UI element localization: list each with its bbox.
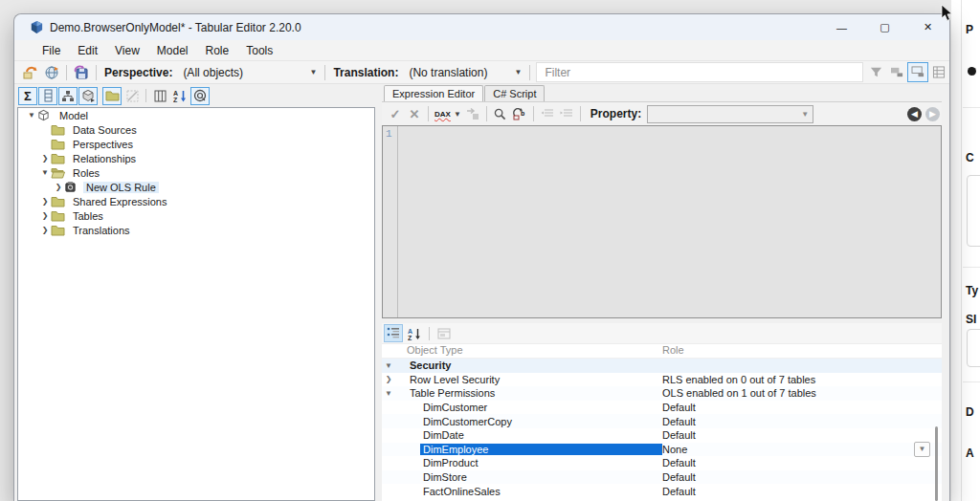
folder-icon: [105, 90, 120, 101]
chevron-down-icon[interactable]: ▼: [39, 168, 51, 177]
accept-check-icon[interactable]: ✓: [386, 104, 405, 123]
tree-item-tables[interactable]: ❯Tables: [18, 208, 374, 223]
filter-input[interactable]: Filter: [536, 62, 863, 82]
toggle-metadata-button[interactable]: [190, 87, 210, 105]
filter-placeholder: Filter: [545, 66, 570, 79]
role-icon: [64, 181, 78, 193]
tree-item-data-sources[interactable]: Data Sources: [18, 122, 374, 137]
grid-row-dimcustomercopy[interactable]: DimCustomerCopyDefault: [382, 414, 942, 428]
column-header-role[interactable]: Role: [662, 344, 684, 358]
alphabetical-sort-button[interactable]: AZ: [405, 324, 424, 342]
chevron-right-icon[interactable]: ❯: [53, 183, 64, 191]
grid-row-dimstore[interactable]: DimStoreDefault: [382, 470, 942, 485]
maximize-button[interactable]: ▢: [863, 14, 906, 40]
translation-select[interactable]: (No translation) ▼: [403, 63, 525, 82]
divider: [963, 267, 980, 268]
tree-item-shared-expressions[interactable]: ❯Shared Expressions: [18, 194, 374, 208]
details-view-icon[interactable]: [928, 62, 949, 82]
menu-model[interactable]: Model: [148, 42, 197, 59]
flat-view-icon[interactable]: [886, 62, 907, 82]
grid-row-dimemployee[interactable]: DimEmployeeNone▼: [382, 443, 942, 457]
background-label: P: [966, 23, 973, 36]
folder-open-icon: [51, 166, 65, 179]
hierarchy-icon: [61, 90, 75, 102]
toggle-folders-button[interactable]: [102, 87, 122, 105]
tree-item-new-ols-rule[interactable]: ❯New OLS Rule: [18, 180, 374, 194]
categorized-button[interactable]: [384, 324, 403, 342]
grid-row-row-level-security[interactable]: ❯Row Level SecurityRLS enabled on 0 out …: [382, 373, 942, 387]
app-icon: [30, 20, 44, 34]
grid-row-table-permissions[interactable]: ▼Table PermissionsOLS enabled on 1 out o…: [382, 386, 942, 401]
toolbar-separator: [66, 65, 67, 80]
grid-row-factonlinesales[interactable]: FactOnlineSalesDefault: [382, 484, 942, 498]
folder-icon: [51, 224, 65, 236]
expression-editor-area[interactable]: 1: [382, 125, 942, 318]
tree-view-icon[interactable]: [907, 62, 928, 82]
titlebar[interactable]: Demo.BrowserOnlyModel* - Tabular Editor …: [14, 14, 949, 40]
grid-object-label: DimEmployee: [420, 444, 662, 455]
navigate-back-button[interactable]: ◀: [907, 107, 922, 121]
tabular-editor-window: Demo.BrowserOnlyModel* - Tabular Editor …: [13, 13, 950, 501]
chevron-right-icon[interactable]: ❯: [39, 211, 51, 220]
sort-alphabetical-button[interactable]: AZ: [170, 87, 189, 105]
chevron-right-icon[interactable]: ❯: [39, 154, 51, 163]
menu-edit[interactable]: Edit: [69, 42, 106, 59]
toggle-hierarchies-button[interactable]: [58, 87, 78, 105]
tab-csharp-script[interactable]: C# Script: [484, 85, 545, 101]
model-tree: ▼ModelData SourcesPerspectives❯Relations…: [17, 107, 375, 501]
main-toolbar: Perspective: (All objects) ▼ Translation…: [14, 60, 949, 84]
perspective-select[interactable]: (All objects) ▼: [177, 63, 321, 82]
chevron-right-icon[interactable]: ❯: [382, 375, 395, 383]
grid-row-dimdate[interactable]: DimDateDefault: [382, 428, 942, 443]
deploy-button[interactable]: [41, 62, 62, 82]
cancel-x-icon[interactable]: ✕: [405, 104, 424, 123]
perspective-label: Perspective:: [104, 66, 172, 79]
search-icon[interactable]: [491, 104, 510, 123]
toggle-hidden-button[interactable]: [122, 87, 142, 105]
dax-formatter-button[interactable]: DAX ▼: [433, 110, 463, 119]
grid-row-security[interactable]: ▼Security: [382, 359, 942, 373]
property-pages-button: [434, 324, 454, 342]
outdent-icon: [538, 104, 557, 123]
chevron-right-icon[interactable]: ❯: [39, 226, 51, 234]
chevron-down-icon[interactable]: ▼: [382, 361, 395, 370]
folder-icon: [51, 152, 65, 164]
chevron-down-icon[interactable]: ▼: [382, 389, 395, 398]
minimize-button[interactable]: —: [820, 14, 863, 40]
menu-file[interactable]: File: [33, 42, 69, 59]
replace-icon[interactable]: b: [510, 104, 529, 123]
role-dropdown-button[interactable]: ▼: [914, 442, 930, 457]
grid-object-label: Row Level Security: [407, 374, 502, 385]
toolbar-separator: [145, 89, 146, 102]
column-chooser-button[interactable]: [150, 87, 169, 105]
toggle-columns-button[interactable]: [38, 87, 57, 105]
perspective-value: (All objects): [183, 66, 243, 79]
open-model-button[interactable]: [20, 62, 41, 82]
menu-role[interactable]: Role: [197, 42, 238, 59]
grid-header: Object Type Role: [382, 344, 942, 359]
chevron-right-icon[interactable]: ❯: [39, 197, 51, 206]
grid-row-dimproduct[interactable]: DimProductDefault: [382, 456, 942, 470]
menu-view[interactable]: View: [106, 42, 148, 59]
tree-item-translations[interactable]: ❯Translations: [18, 223, 374, 237]
navigate-forward-button[interactable]: ▶: [925, 107, 940, 121]
tree-item-relationships[interactable]: ❯Relationships: [18, 151, 374, 165]
columns-stack-icon: [44, 89, 53, 102]
tree-item-roles[interactable]: ▼Roles: [18, 165, 374, 180]
save-button[interactable]: [71, 62, 92, 82]
tree-item-perspectives[interactable]: Perspectives: [18, 137, 374, 151]
filter-icon[interactable]: [865, 62, 886, 82]
property-dropdown[interactable]: ▼: [647, 105, 813, 123]
tree-item-model[interactable]: ▼Model: [18, 108, 374, 122]
menu-tools[interactable]: Tools: [237, 42, 281, 59]
chevron-down-icon[interactable]: ▼: [26, 111, 37, 120]
toggle-tables-button[interactable]: [78, 87, 98, 105]
grid-role-value: Default: [662, 486, 942, 497]
folder-icon: [51, 195, 65, 207]
grid-row-dimcustomer[interactable]: DimCustomerDefault: [382, 401, 942, 415]
grid-role-value: Default: [662, 457, 942, 468]
column-header-object-type[interactable]: Object Type: [382, 344, 662, 358]
toggle-measures-button[interactable]: Σ: [18, 87, 37, 105]
grid-scrollbar[interactable]: [935, 426, 938, 501]
tab-expression-editor[interactable]: Expression Editor: [384, 85, 483, 101]
